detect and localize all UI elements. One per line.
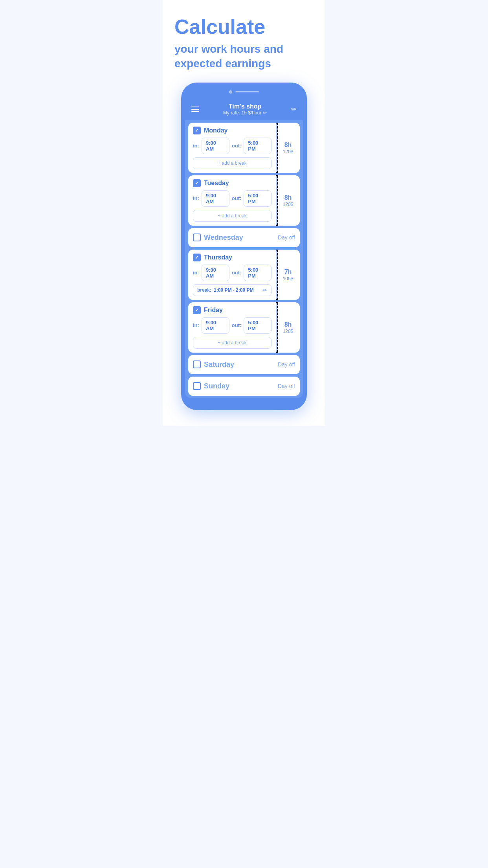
day-name-sunday: Sunday: [204, 382, 229, 390]
break-row-thursday: break: 1:00 PM - 2:00 PM ✏: [193, 284, 272, 296]
time-out-thursday[interactable]: 5:00 PM: [244, 265, 272, 281]
edit-button[interactable]: ✏: [291, 105, 297, 114]
add-break-button-tuesday[interactable]: + add a break: [193, 210, 272, 222]
day-main-tuesday: Tuesday in: 9:00 AM out: 5:00 PM + add a…: [188, 175, 276, 226]
day-tab-friday: 8h 120$: [276, 302, 300, 353]
checkbox-friday[interactable]: [193, 306, 201, 314]
time-row-thursday: in: 9:00 AM out: 5:00 PM: [193, 265, 272, 281]
checkbox-tuesday[interactable]: [193, 179, 201, 187]
day-header-sunday: Sunday: [193, 382, 229, 390]
time-row-friday: in: 9:00 AM out: 5:00 PM: [193, 317, 272, 334]
in-label-friday: in:: [193, 322, 199, 328]
day-tab-monday: 8h 120$: [276, 123, 300, 173]
time-row-monday: in: 9:00 AM out: 5:00 PM: [193, 138, 272, 154]
shop-name: Tim's shop: [223, 103, 267, 110]
day-card-tuesday: Tuesday in: 9:00 AM out: 5:00 PM + add a…: [188, 175, 300, 226]
phone-sensors: [185, 90, 303, 94]
day-card-monday: Monday in: 9:00 AM out: 5:00 PM + add a …: [188, 123, 300, 173]
day-header-monday: Monday: [193, 127, 272, 134]
earnings-thursday: 105$: [283, 276, 294, 281]
break-edit-icon-thursday[interactable]: ✏: [262, 287, 267, 293]
menu-line-2: [191, 109, 199, 110]
time-in-thursday[interactable]: 9:00 AM: [202, 265, 229, 281]
time-in-friday[interactable]: 9:00 AM: [202, 317, 229, 334]
hours-tuesday: 8h: [284, 194, 292, 201]
hours-friday: 8h: [284, 321, 292, 328]
add-break-button-friday[interactable]: + add a break: [193, 337, 272, 349]
out-label-monday: out:: [232, 143, 242, 149]
day-header-thursday: Thursday: [193, 254, 272, 261]
day-header-friday: Friday: [193, 306, 272, 314]
rate-edit-icon[interactable]: ✏: [263, 110, 267, 116]
time-row-tuesday: in: 9:00 AM out: 5:00 PM: [193, 190, 272, 207]
checkbox-saturday[interactable]: [193, 360, 201, 368]
sensor-dot: [229, 90, 232, 94]
day-card-friday: Friday in: 9:00 AM out: 5:00 PM + add a …: [188, 302, 300, 353]
days-list: Monday in: 9:00 AM out: 5:00 PM + add a …: [185, 120, 303, 398]
day-name-saturday: Saturday: [204, 360, 234, 369]
day-card-sunday: Sunday Day off: [188, 377, 300, 396]
checkbox-thursday[interactable]: [193, 254, 201, 261]
day-off-text-wednesday: Day off: [278, 234, 295, 241]
phone-wrapper: Tim's shop My rate: 15 $/hour ✏ ✏ Monday: [163, 83, 325, 426]
time-out-tuesday[interactable]: 5:00 PM: [244, 190, 272, 207]
earnings-friday: 120$: [283, 329, 294, 334]
main-subtitle: your work hours and expected earnings: [174, 42, 314, 71]
day-header-tuesday: Tuesday: [193, 179, 272, 187]
menu-line-1: [191, 107, 199, 107]
checkbox-monday[interactable]: [193, 127, 201, 134]
sensor-bar: [235, 91, 259, 92]
in-label-thursday: in:: [193, 270, 199, 276]
menu-line-3: [191, 111, 199, 112]
header-section: Calculate your work hours and expected e…: [163, 0, 325, 83]
day-main-friday: Friday in: 9:00 AM out: 5:00 PM + add a …: [188, 302, 276, 353]
day-name-thursday: Thursday: [204, 254, 232, 261]
day-card-thursday: Thursday in: 9:00 AM out: 5:00 PM break:…: [188, 250, 300, 300]
day-header-wednesday: Wednesday: [193, 234, 243, 242]
rate-display: My rate: 15 $/hour ✏: [223, 110, 267, 116]
day-name-friday: Friday: [204, 307, 223, 314]
day-name-wednesday: Wednesday: [204, 234, 243, 242]
app-title-area: Tim's shop My rate: 15 $/hour ✏: [223, 103, 267, 116]
app-header: Tim's shop My rate: 15 $/hour ✏ ✏: [185, 97, 303, 120]
rate-text: My rate: 15 $/hour: [223, 110, 261, 116]
day-main-thursday: Thursday in: 9:00 AM out: 5:00 PM break:…: [188, 250, 276, 300]
break-label-thursday: break:: [197, 287, 211, 293]
day-off-text-saturday: Day off: [278, 361, 295, 368]
phone-screen: Tim's shop My rate: 15 $/hour ✏ ✏ Monday: [185, 97, 303, 398]
time-out-monday[interactable]: 5:00 PM: [244, 138, 272, 154]
day-name-tuesday: Tuesday: [204, 180, 229, 187]
day-name-monday: Monday: [204, 127, 227, 134]
menu-button[interactable]: [191, 107, 199, 112]
in-label-monday: in:: [193, 143, 199, 149]
hours-thursday: 7h: [284, 268, 292, 276]
day-tab-thursday: 7h 105$: [276, 250, 300, 300]
day-tab-tuesday: 8h 120$: [276, 175, 300, 226]
earnings-monday: 120$: [283, 149, 294, 154]
day-header-saturday: Saturday: [193, 360, 234, 369]
checkbox-sunday[interactable]: [193, 382, 201, 390]
main-title: Calculate: [174, 16, 314, 38]
out-label-friday: out:: [232, 322, 242, 328]
time-in-tuesday[interactable]: 9:00 AM: [202, 190, 229, 207]
time-out-friday[interactable]: 5:00 PM: [244, 317, 272, 334]
in-label-tuesday: in:: [193, 195, 199, 201]
day-card-saturday: Saturday Day off: [188, 355, 300, 374]
hours-monday: 8h: [284, 141, 292, 149]
time-in-monday[interactable]: 9:00 AM: [202, 138, 229, 154]
day-card-wednesday: Wednesday Day off: [188, 228, 300, 247]
checkbox-wednesday[interactable]: [193, 234, 201, 241]
break-time-thursday: 1:00 PM - 2:00 PM: [214, 287, 260, 293]
day-main-monday: Monday in: 9:00 AM out: 5:00 PM + add a …: [188, 123, 276, 173]
add-break-button-monday[interactable]: + add a break: [193, 157, 272, 169]
day-off-text-sunday: Day off: [278, 383, 295, 389]
out-label-tuesday: out:: [232, 195, 242, 201]
out-label-thursday: out:: [232, 270, 242, 276]
phone-frame: Tim's shop My rate: 15 $/hour ✏ ✏ Monday: [181, 83, 307, 410]
earnings-tuesday: 120$: [283, 202, 294, 207]
